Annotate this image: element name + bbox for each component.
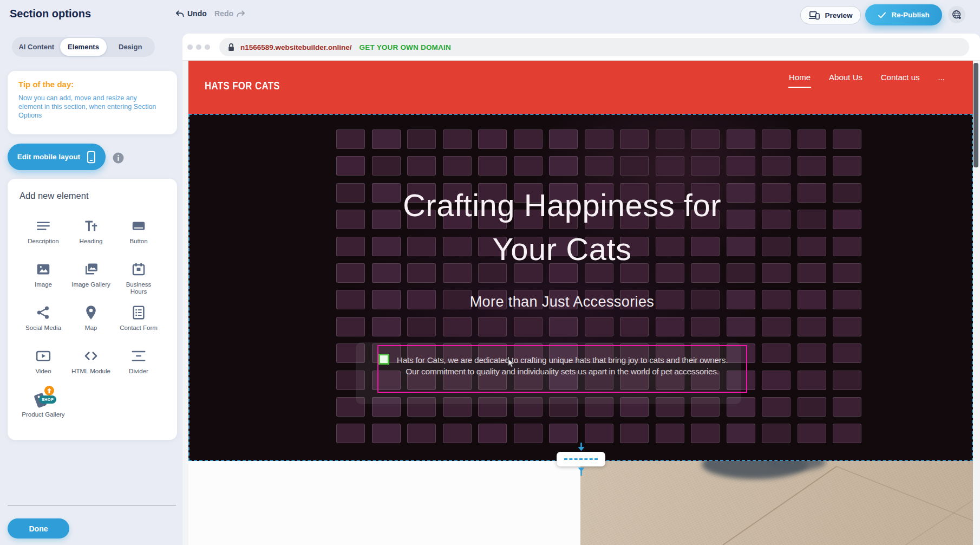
hero-tile (336, 317, 365, 336)
nav-about-us[interactable]: About Us (829, 73, 863, 82)
hero-tile (762, 210, 790, 229)
tip-of-the-day-card: Tip of the day: Now you can add, move an… (8, 71, 177, 134)
hero-tile (762, 263, 790, 283)
nav-contact-us[interactable]: Contact us (881, 73, 920, 82)
hero-tile (478, 129, 507, 149)
site-logo[interactable]: HATS FOR CATS (205, 79, 280, 92)
tab-elements[interactable]: Elements (60, 38, 107, 56)
hero-tile (336, 290, 365, 309)
republish-button[interactable]: Re-Publish (865, 4, 942, 25)
product-gallery-icon: SHOP (35, 391, 52, 408)
calendar-icon (130, 261, 147, 278)
edit-mobile-label: Edit mobile layout (17, 153, 80, 161)
info-icon[interactable] (113, 152, 124, 164)
hero-description-line1: Hats for Cats, we are dedicated to craft… (397, 354, 728, 366)
hero-tile (585, 317, 613, 336)
hero-tile (656, 129, 684, 149)
hero-tile (833, 156, 861, 176)
image-gallery-icon (82, 261, 100, 278)
next-section-background[interactable] (188, 461, 580, 545)
hero-tile (514, 424, 543, 443)
nav-home[interactable]: Home (789, 73, 811, 82)
mouse-cursor (508, 359, 515, 368)
nav-more-menu[interactable]: ... (938, 73, 945, 82)
hero-tile (833, 397, 861, 417)
hero-tile (833, 371, 861, 390)
element-contact-form[interactable]: Contact Form (115, 299, 162, 342)
element-button[interactable]: Button (115, 212, 162, 255)
tab-ai-content[interactable]: AI Content (13, 38, 60, 56)
hero-tile (798, 129, 826, 149)
hero-section[interactable]: Crafting Happiness for Your Cats More th… (188, 114, 973, 461)
hero-tile (833, 263, 861, 283)
devices-icon (808, 10, 820, 20)
lock-icon (227, 43, 235, 52)
get-domain-link[interactable]: GET YOUR OWN DOMAIN (360, 43, 451, 51)
element-html-module[interactable]: HTML Module (67, 342, 115, 385)
tab-design[interactable]: Design (107, 38, 154, 56)
shop-badge: SHOP (39, 395, 56, 404)
hero-tile (620, 424, 649, 443)
element-drag-handle[interactable] (378, 354, 389, 365)
element-social-media[interactable]: Social Media (19, 299, 67, 342)
resize-dashed-line (564, 458, 598, 460)
element-video[interactable]: Video (19, 342, 67, 385)
element-divider[interactable]: Divider (115, 342, 162, 385)
hero-tile (798, 210, 826, 229)
element-heading[interactable]: Heading (67, 212, 115, 255)
hero-tile (585, 129, 613, 149)
address-bar[interactable]: n1566589.websitebuilder.online/ GET YOUR… (219, 38, 969, 56)
hero-tile (691, 424, 720, 443)
hero-tile (833, 183, 861, 203)
hero-description-selected[interactable]: Hats for Cats, we are dedicated to craft… (377, 345, 747, 393)
element-business-hours[interactable]: Business Hours (115, 255, 162, 299)
preview-button[interactable]: Preview (800, 6, 861, 24)
hero-tile (762, 343, 790, 363)
element-product-gallery[interactable]: SHOP Product Gallery (19, 385, 67, 429)
browser-chrome: n1566589.websitebuilder.online/ GET YOUR… (182, 34, 980, 61)
code-brackets-icon (82, 347, 100, 365)
redo-button[interactable]: Redo (214, 9, 246, 18)
hero-tile (585, 424, 613, 443)
undo-button[interactable]: Undo (175, 9, 207, 18)
hero-tile (549, 156, 578, 176)
hero-heading[interactable]: Crafting Happiness for Your Cats (378, 183, 746, 271)
hero-tile (407, 129, 436, 149)
globe-icon (951, 9, 962, 20)
window-dots (187, 44, 210, 50)
element-map[interactable]: Map (67, 299, 115, 342)
language-globe-button[interactable] (948, 6, 965, 23)
hero-tile (620, 129, 649, 149)
text-lines-icon (35, 217, 52, 235)
element-image-gallery[interactable]: Image Gallery (67, 255, 115, 299)
hero-tile (336, 156, 365, 176)
page-scrollbar-thumb[interactable] (974, 63, 978, 167)
republish-label: Re-Publish (891, 11, 930, 19)
tip-title: Tip of the day: (18, 80, 166, 89)
hero-tile (336, 424, 365, 443)
hero-tile (478, 424, 507, 443)
hero-tile (798, 183, 826, 203)
hero-tile (549, 317, 578, 336)
hero-tile (798, 371, 826, 390)
site-url[interactable]: n1566589.websitebuilder.online/ (240, 43, 352, 51)
section-resize-handle[interactable] (557, 443, 605, 477)
element-description[interactable]: Description (19, 212, 67, 255)
hero-subheading[interactable]: More than Just Accessories (378, 294, 746, 310)
done-button[interactable]: Done (8, 518, 69, 538)
site-header[interactable]: HATS FOR CATS Home About Us Contact us .… (188, 61, 973, 114)
hero-tile (762, 290, 790, 309)
heading-tt-icon (82, 217, 100, 235)
hero-tile (762, 183, 790, 203)
hero-tile (372, 317, 401, 336)
hero-tile (833, 290, 861, 309)
hero-tile (833, 424, 861, 443)
arrow-up-icon (577, 466, 585, 476)
edit-mobile-layout-button[interactable]: Edit mobile layout (8, 144, 106, 170)
hero-tile (798, 156, 826, 176)
element-image[interactable]: Image (19, 255, 67, 299)
share-icon (35, 304, 52, 321)
video-play-icon (35, 347, 52, 365)
hero-tile (727, 156, 755, 176)
next-section-image[interactable] (580, 461, 973, 545)
